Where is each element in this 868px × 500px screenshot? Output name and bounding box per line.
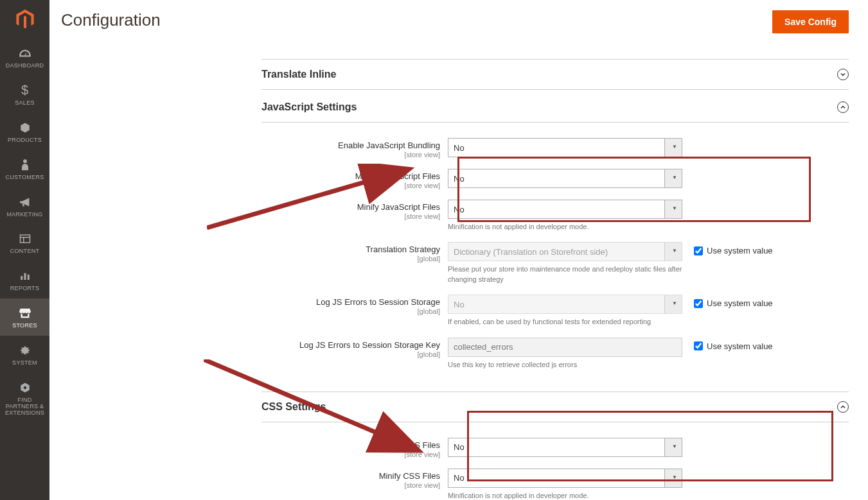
section-css-settings[interactable]: CSS Settings — [261, 392, 849, 422]
sidebar-item-content[interactable]: CONTENT — [0, 224, 49, 261]
field-scope: [store view] — [261, 151, 440, 159]
enable-js-bundling-select[interactable]: No — [448, 138, 682, 157]
section-body-css: Merge CSS Files [store view] No Minify C… — [261, 425, 849, 500]
field-merge-js: Merge JavaScript Files [store view] No — [261, 164, 849, 194]
translation-strategy-select: Dictionary (Translation on Storefront si… — [448, 242, 682, 261]
sidebar-item-stores[interactable]: STORES — [0, 298, 49, 336]
sidebar-item-label: FIND PARTNERS & EXTENSIONS — [0, 397, 49, 417]
field-label: Minify CSS Files — [379, 471, 440, 481]
use-system-value-checkbox[interactable] — [694, 341, 703, 350]
minify-css-select[interactable]: No — [448, 469, 682, 488]
field-note: Minification is not applied in developer… — [448, 222, 682, 232]
sidebar-item-products[interactable]: PRODUCTS — [0, 113, 49, 150]
main-content: Configuration Save Config Translate Inli… — [49, 0, 868, 500]
layout-icon — [19, 232, 31, 246]
page-title: Configuration — [61, 10, 161, 30]
svg-rect-5 — [24, 273, 26, 280]
svg-point-7 — [23, 386, 26, 390]
svg-rect-4 — [21, 276, 22, 280]
field-log-js-errors: Log JS Errors to Session Storage [global… — [261, 289, 849, 332]
section-javascript-settings[interactable]: JavaScript Settings — [261, 92, 849, 123]
chevron-up-icon — [837, 401, 849, 413]
field-scope: [store view] — [261, 212, 440, 220]
sidebar-item-label: CUSTOMERS — [4, 175, 45, 181]
admin-sidebar: DASHBOARD $ SALES PRODUCTS CUSTOMERS MAR… — [0, 0, 49, 500]
field-label: Minify JavaScript Files — [357, 202, 440, 212]
page-header: Configuration Save Config — [49, 0, 868, 33]
field-scope: [store view] — [261, 451, 440, 458]
chevron-down-icon — [837, 69, 849, 80]
sidebar-item-label: STORES — [11, 323, 39, 329]
field-label: Merge JavaScript Files — [355, 171, 440, 181]
field-note: If enabled, can be used by functional te… — [448, 317, 682, 327]
field-merge-css: Merge CSS Files [store view] No — [261, 433, 849, 463]
field-note: Please put your store into maintenance m… — [448, 264, 682, 284]
magento-logo[interactable] — [0, 0, 49, 39]
field-note: Use this key to retrieve collected js er… — [448, 360, 682, 370]
sidebar-item-dashboard[interactable]: DASHBOARD — [0, 39, 49, 76]
field-scope: [global] — [261, 350, 440, 358]
section-translate-inline[interactable]: Translate Inline — [261, 59, 849, 90]
sidebar-item-sales[interactable]: $ SALES — [0, 76, 49, 113]
field-note: Minification is not applied in developer… — [448, 491, 682, 500]
sidebar-item-label: CONTENT — [9, 248, 41, 255]
save-config-button[interactable]: Save Config — [772, 10, 849, 33]
chevron-up-icon — [837, 101, 849, 113]
field-minify-js: Minify JavaScript Files [store view] No … — [261, 194, 849, 237]
sidebar-item-marketing[interactable]: MARKETING — [0, 187, 49, 225]
field-scope: [global] — [261, 255, 440, 263]
dollar-icon: $ — [21, 83, 28, 98]
use-system-value-checkbox[interactable] — [694, 299, 703, 308]
sidebar-item-label: DASHBOARD — [4, 63, 46, 69]
field-scope: [global] — [261, 307, 440, 315]
bar-chart-icon — [19, 269, 31, 283]
cube-icon — [19, 121, 31, 135]
field-label: Log JS Errors to Session Storage — [316, 297, 440, 307]
sidebar-item-find-partners[interactable]: FIND PARTNERS & EXTENSIONS — [0, 373, 49, 423]
minify-js-select[interactable]: No — [448, 200, 682, 219]
sidebar-item-system[interactable]: SYSTEM — [0, 336, 49, 373]
merge-js-select[interactable]: No — [448, 169, 682, 188]
merge-css-select[interactable]: No — [448, 438, 682, 457]
section-title: Translate Inline — [261, 69, 336, 80]
use-system-value-label: Use system value — [707, 341, 773, 351]
section-body-js: Enable JavaScript Bundling [store view] … — [261, 125, 849, 392]
sidebar-item-label: PRODUCTS — [6, 137, 43, 144]
svg-point-0 — [23, 159, 27, 163]
log-js-errors-select: No — [448, 295, 682, 314]
field-label: Log JS Errors to Session Storage Key — [299, 340, 440, 350]
use-system-value-label: Use system value — [707, 298, 773, 308]
field-scope: [store view] — [261, 481, 440, 489]
gear-icon — [19, 343, 31, 358]
sidebar-item-customers[interactable]: CUSTOMERS — [0, 150, 49, 187]
megaphone-icon — [19, 195, 31, 209]
person-icon — [21, 158, 30, 172]
field-minify-css: Minify CSS Files [store view] No Minific… — [261, 463, 849, 500]
puzzle-icon — [19, 381, 31, 395]
field-label: Merge CSS Files — [377, 440, 440, 450]
sidebar-item-label: SYSTEM — [11, 360, 39, 366]
field-translation-strategy: Translation Strategy [global] Dictionary… — [261, 237, 849, 289]
gauge-icon — [19, 46, 31, 60]
svg-rect-6 — [27, 275, 29, 280]
use-system-value-checkbox[interactable] — [694, 246, 703, 255]
sidebar-item-label: MARKETING — [5, 212, 44, 218]
field-enable-js-bundling: Enable JavaScript Bundling [store view] … — [261, 133, 849, 164]
sidebar-item-label: REPORTS — [9, 286, 40, 292]
sidebar-item-reports[interactable]: REPORTS — [0, 261, 49, 298]
section-title: JavaScript Settings — [261, 101, 357, 113]
section-title: CSS Settings — [261, 401, 326, 413]
field-scope: [store view] — [261, 182, 440, 189]
field-label: Enable JavaScript Bundling — [338, 141, 440, 150]
sidebar-item-label: SALES — [13, 100, 36, 107]
log-js-errors-key-input — [448, 338, 682, 357]
field-log-js-errors-key: Log JS Errors to Session Storage Key [gl… — [261, 332, 849, 375]
storefront-icon — [19, 306, 31, 320]
svg-rect-1 — [20, 235, 30, 243]
use-system-value-label: Use system value — [707, 246, 773, 255]
field-label: Translation Strategy — [366, 245, 440, 254]
